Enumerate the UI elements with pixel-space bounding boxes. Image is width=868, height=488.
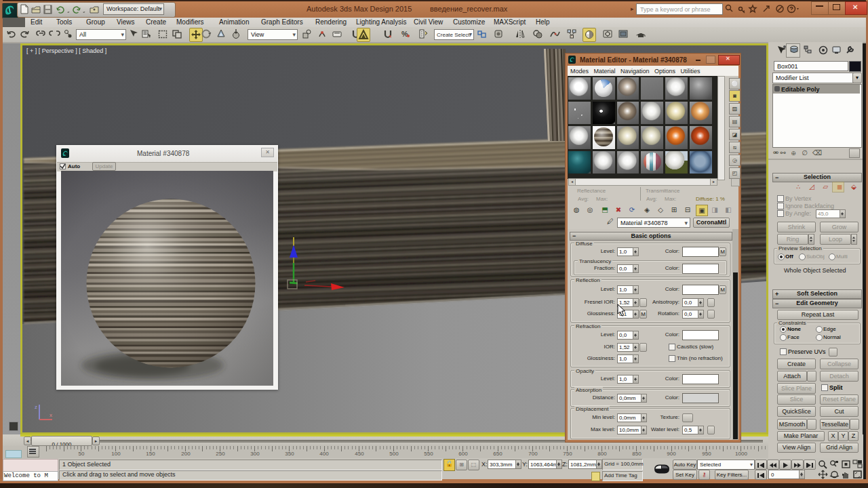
- svg-text:z: z: [35, 404, 37, 410]
- svg-text:x: x: [50, 412, 52, 418]
